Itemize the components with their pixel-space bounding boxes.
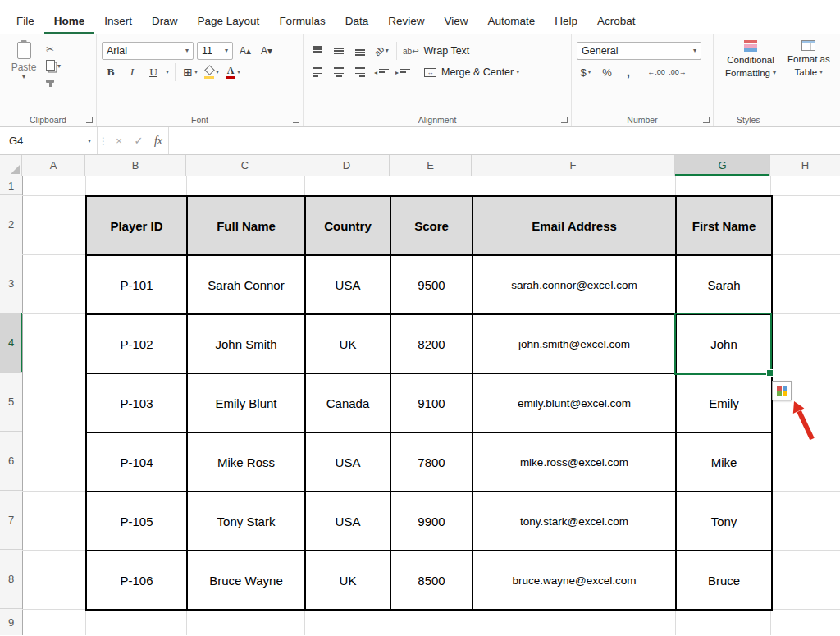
accounting-format-button[interactable]: $ ▾ — [577, 63, 595, 81]
formula-input[interactable] — [168, 127, 840, 154]
align-bottom-button[interactable] — [351, 42, 369, 60]
font-color-button[interactable]: A ▾ — [224, 63, 242, 81]
cell-G6[interactable]: Mike — [676, 432, 772, 492]
column-header-B[interactable]: B — [85, 155, 186, 176]
ribbon-tab-automate[interactable]: Automate — [477, 7, 545, 34]
cell-F7[interactable]: tony.stark@excel.com — [472, 492, 676, 551]
sheet-area[interactable]: 1 2 3 4 5 6 7 8 9 Player ID Full Name Co… — [0, 176, 840, 635]
increase-decimal-button[interactable]: ←.00 — [647, 63, 665, 81]
cell-C5[interactable]: Emily Blunt — [187, 373, 305, 432]
increase-indent-button[interactable]: ▸ — [394, 63, 412, 81]
italic-button[interactable]: I — [123, 63, 141, 81]
format-painter-button[interactable] — [46, 76, 61, 90]
cell-C6[interactable]: Mike Ross — [187, 432, 305, 492]
ribbon-tab-home[interactable]: Home — [44, 7, 95, 34]
font-size-combo[interactable]: 11 ▾ — [197, 42, 233, 60]
dialog-launcher-icon[interactable] — [561, 117, 568, 123]
cell-B4[interactable]: P-102 — [86, 314, 187, 373]
underline-button[interactable]: U — [144, 63, 162, 81]
cell-F5[interactable]: emily.blunt@excel.com — [472, 373, 676, 432]
align-left-button[interactable] — [308, 63, 326, 81]
align-right-button[interactable] — [351, 63, 369, 81]
ribbon-tab-formulas[interactable]: Formulas — [269, 7, 335, 34]
row-header-8[interactable]: 8 — [0, 550, 22, 609]
cell-B5[interactable]: P-103 — [86, 373, 187, 432]
column-header-D[interactable]: D — [304, 155, 390, 176]
comma-style-button[interactable]: , — [619, 63, 637, 81]
ribbon-tab-help[interactable]: Help — [545, 7, 587, 34]
ribbon-tab-insert[interactable]: Insert — [94, 7, 142, 34]
row-header-9[interactable]: 9 — [0, 609, 22, 635]
cell-E4[interactable]: 8200 — [390, 314, 472, 373]
chevron-down-icon[interactable]: ▾ — [166, 69, 169, 75]
conditional-formatting-button[interactable]: Conditional Formatting ▾ — [725, 40, 776, 80]
cell-F4[interactable]: john.smith@excel.com — [472, 314, 676, 373]
column-header-G[interactable]: G — [675, 155, 770, 176]
column-header-F[interactable]: F — [472, 155, 675, 176]
copy-button[interactable]: ▾ — [46, 59, 61, 73]
fill-color-button[interactable]: ▾ — [203, 63, 221, 81]
column-header-C[interactable]: C — [186, 155, 304, 176]
align-center-button[interactable] — [330, 63, 348, 81]
cell-D7[interactable]: USA — [305, 492, 390, 551]
cut-button[interactable]: ✂ — [46, 42, 61, 56]
dialog-launcher-icon[interactable] — [703, 117, 710, 123]
cell-E5[interactable]: 9100 — [390, 373, 472, 432]
cell-C4[interactable]: John Smith — [187, 314, 305, 373]
row-header-7[interactable]: 7 — [0, 491, 22, 550]
column-header-H[interactable]: H — [770, 155, 840, 176]
column-header-A[interactable]: A — [22, 155, 85, 176]
cell-G3[interactable]: Sarah — [676, 255, 772, 314]
cell-E7[interactable]: 9900 — [390, 492, 472, 551]
ribbon-tab-page-layout[interactable]: Page Layout — [188, 7, 270, 34]
cell-B6[interactable]: P-104 — [86, 432, 187, 492]
column-header-E[interactable]: E — [390, 155, 472, 176]
ribbon-tab-data[interactable]: Data — [336, 7, 379, 34]
ribbon-tab-review[interactable]: Review — [378, 7, 434, 34]
format-as-table-button[interactable]: Format as Table ▾ — [788, 40, 830, 79]
cell-B7[interactable]: P-105 — [86, 492, 187, 551]
dialog-launcher-icon[interactable] — [86, 117, 93, 123]
cell-C8[interactable]: Bruce Wayne — [187, 551, 305, 610]
increase-font-size-button[interactable]: A▴ — [236, 42, 254, 60]
row-header-6[interactable]: 6 — [0, 432, 22, 491]
row-header-5[interactable]: 5 — [0, 373, 22, 432]
enter-button[interactable]: ✓ — [129, 127, 148, 154]
cell-D2[interactable]: Country — [305, 196, 390, 255]
cell-G7[interactable]: Tony — [676, 492, 772, 551]
row-header-2[interactable]: 2 — [0, 195, 22, 254]
cell-F2[interactable]: Email Address — [472, 196, 676, 255]
cell-G2[interactable]: First Name — [676, 196, 772, 255]
cell-D4[interactable]: UK — [305, 314, 390, 373]
cell-E3[interactable]: 9500 — [390, 255, 472, 314]
cell-G5[interactable]: Emily — [676, 373, 772, 432]
align-middle-button[interactable] — [330, 42, 348, 60]
paste-button[interactable]: Paste ▾ — [5, 40, 43, 80]
cell-F3[interactable]: sarah.connor@excel.com — [472, 255, 676, 314]
select-all-corner[interactable] — [0, 155, 22, 176]
cell-F8[interactable]: bruce.wayne@excel.com — [472, 551, 676, 610]
cell-D6[interactable]: USA — [305, 432, 390, 492]
row-header-4[interactable]: 4 — [0, 313, 22, 373]
row-header-3[interactable]: 3 — [0, 254, 22, 313]
font-name-combo[interactable]: Arial ▾ — [102, 42, 194, 60]
decrease-decimal-button[interactable]: .00→ — [669, 63, 687, 81]
cell-D8[interactable]: UK — [305, 551, 390, 610]
number-format-combo[interactable]: General ▾ — [577, 42, 701, 60]
insert-function-button[interactable]: fx — [148, 127, 168, 154]
cell-C3[interactable]: Sarah Connor — [187, 255, 305, 314]
ribbon-tab-view[interactable]: View — [434, 7, 477, 34]
name-box[interactable]: G4 ▾ — [0, 127, 98, 154]
cell-D5[interactable]: Canada — [305, 373, 390, 432]
borders-button[interactable]: ⊞ ▾ — [181, 63, 199, 81]
dialog-launcher-icon[interactable] — [293, 117, 299, 123]
cell-B3[interactable]: P-101 — [86, 255, 187, 314]
ribbon-tab-draw[interactable]: Draw — [142, 7, 188, 34]
decrease-font-size-button[interactable]: A▾ — [258, 42, 276, 60]
cell-E8[interactable]: 8500 — [390, 551, 472, 610]
align-top-button[interactable] — [308, 42, 326, 60]
cell-C2[interactable]: Full Name — [187, 196, 305, 255]
row-header-1[interactable]: 1 — [0, 176, 22, 195]
decrease-indent-button[interactable]: ◂ — [372, 63, 390, 81]
cell-C7[interactable]: Tony Stark — [187, 492, 305, 551]
